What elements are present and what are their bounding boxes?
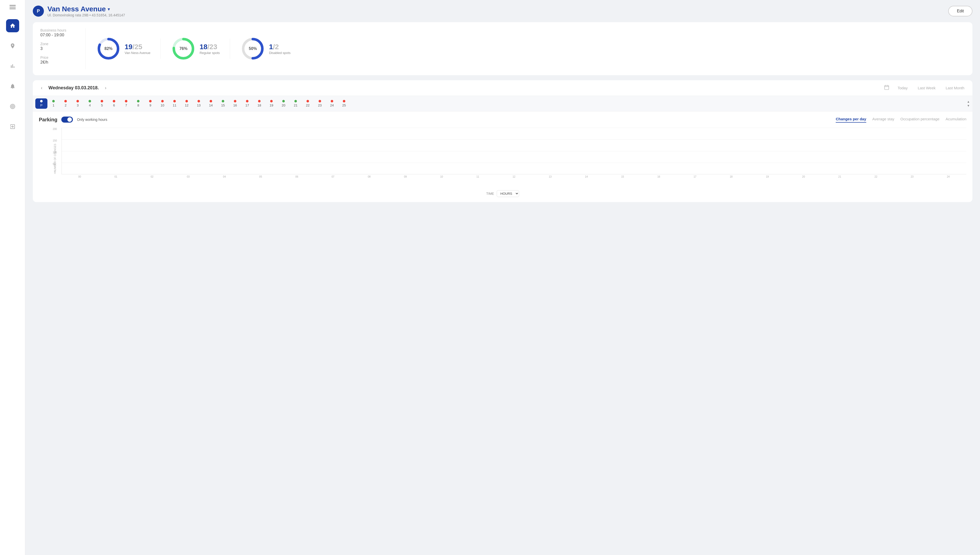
price-value: 2€/h <box>40 60 75 64</box>
parking-tab-changes-per-day[interactable]: Changes per day <box>836 117 866 123</box>
calendar-icon <box>884 85 889 91</box>
donut-3-label: Disabled spots <box>269 51 290 55</box>
donut-1-percent: 82% <box>104 47 112 51</box>
y-tick-150: 150 <box>53 139 57 142</box>
sidebar-item-location[interactable] <box>6 39 19 53</box>
filter-last-week[interactable]: Last Week <box>916 85 938 91</box>
day-item-P[interactable]: P <box>35 98 47 109</box>
day-number: 16 <box>233 103 237 107</box>
day-item-24[interactable]: 24 <box>326 98 338 109</box>
day-item-11[interactable]: 11 <box>168 98 181 109</box>
donut-section-2: 76% 18/23 Regular spots <box>171 36 220 61</box>
day-dot <box>88 100 91 103</box>
parking-tabs: Changes per dayAverage stayOccupation pe… <box>836 117 966 123</box>
donut-3-percent: 50% <box>249 47 257 51</box>
x-label-10: 10 <box>424 174 460 178</box>
day-number: 18 <box>258 103 261 107</box>
filter-today[interactable]: Today <box>895 85 910 91</box>
y-tick-100: 100 <box>53 151 57 154</box>
day-item-9[interactable]: 9 <box>144 98 156 109</box>
day-item-22[interactable]: 22 <box>302 98 314 109</box>
location-name-text: Van Ness Avenue <box>47 5 106 13</box>
day-number: 8 <box>137 103 139 107</box>
x-label-06: 06 <box>279 174 315 178</box>
day-number: 14 <box>209 103 213 107</box>
day-number: 5 <box>101 103 102 107</box>
day-item-12[interactable]: 12 <box>181 98 193 109</box>
x-label-05: 05 <box>242 174 279 178</box>
day-item-16[interactable]: 16 <box>229 98 241 109</box>
day-item-3[interactable]: 3 <box>72 98 84 109</box>
day-dot <box>258 100 261 103</box>
x-label-15: 15 <box>604 174 641 178</box>
day-item-25[interactable]: 25 <box>338 98 350 109</box>
zone-row: Zone 3 <box>40 42 75 51</box>
donut-2-fraction: 18/23 <box>200 43 220 51</box>
day-scroll-up[interactable]: ▲ <box>967 100 970 103</box>
day-number: 1 <box>53 103 54 107</box>
main-content: P Van Ness Avenue ▾ Ul. Domovinskog rata… <box>25 0 980 555</box>
day-item-5[interactable]: 5 <box>96 98 108 109</box>
day-dot <box>295 100 297 103</box>
x-label-23: 23 <box>894 174 930 178</box>
day-item-14[interactable]: 14 <box>205 98 217 109</box>
filter-last-month[interactable]: Last Month <box>944 85 966 91</box>
day-dot <box>306 100 309 103</box>
day-item-20[interactable]: 20 <box>277 98 290 109</box>
day-scroll-down[interactable]: ▼ <box>967 104 970 107</box>
next-date-arrow[interactable]: › <box>103 84 109 91</box>
day-item-1[interactable]: 1 <box>47 98 59 109</box>
day-number: 13 <box>197 103 200 107</box>
donut-3-fraction: 1/2 <box>269 43 290 51</box>
x-label-13: 13 <box>532 174 568 178</box>
day-number: 9 <box>149 103 151 107</box>
location-dropdown-arrow[interactable]: ▾ <box>108 7 110 11</box>
location-name[interactable]: Van Ness Avenue ▾ <box>47 5 125 13</box>
working-hours-toggle[interactable] <box>61 117 73 123</box>
edit-button[interactable]: Edit <box>948 6 972 16</box>
day-item-10[interactable]: 10 <box>156 98 168 109</box>
donut-3-numerator: 1 <box>269 43 273 51</box>
day-item-8[interactable]: 8 <box>132 98 144 109</box>
day-number: 19 <box>270 103 273 107</box>
parking-title: Parking <box>39 117 57 123</box>
donut-2-label: Regular spots <box>200 51 220 55</box>
day-dot <box>270 100 273 103</box>
sidebar-item-home[interactable] <box>6 19 19 32</box>
price-label: Price <box>40 56 75 59</box>
donut-chart-3: 50% <box>240 36 265 61</box>
sidebar-item-chart[interactable] <box>6 59 19 73</box>
parking-tab-acumulation[interactable]: Acumulation <box>945 117 966 123</box>
menu-icon[interactable] <box>10 5 16 9</box>
day-item-21[interactable]: 21 <box>290 98 302 109</box>
day-item-18[interactable]: 18 <box>253 98 265 109</box>
header-title: Van Ness Avenue ▾ Ul. Domovinskog rata 2… <box>47 5 125 17</box>
y-axis-label: NUMBER OF CHANGES <box>54 144 56 172</box>
day-dot <box>40 100 43 103</box>
day-item-23[interactable]: 23 <box>314 98 326 109</box>
sidebar-item-bell[interactable] <box>6 80 19 93</box>
day-item-19[interactable]: 19 <box>265 98 277 109</box>
sidebar-item-export[interactable] <box>6 120 19 133</box>
sidebar-item-target[interactable] <box>6 100 19 113</box>
time-select[interactable]: HOURS <box>497 190 519 197</box>
day-item-6[interactable]: 6 <box>108 98 120 109</box>
divider-2 <box>230 38 230 59</box>
day-item-17[interactable]: 17 <box>241 98 253 109</box>
day-dot <box>113 100 115 103</box>
parking-tab-occupation-percentage[interactable]: Occupation percentage <box>900 117 939 123</box>
x-label-16: 16 <box>641 174 677 178</box>
location-address: Ul. Domovinskog rata 29B • 43.51654, 16.… <box>47 13 125 17</box>
donut-1-denominator: /25 <box>133 43 142 51</box>
day-item-4[interactable]: 4 <box>84 98 96 109</box>
day-item-13[interactable]: 13 <box>193 98 205 109</box>
donut-1-fraction: 19/25 <box>125 43 151 51</box>
date-nav: ‹ Wednesday 03.03.2018. › <box>39 84 109 91</box>
day-item-2[interactable]: 2 <box>59 98 72 109</box>
zone-label: Zone <box>40 42 75 46</box>
day-item-7[interactable]: 7 <box>120 98 132 109</box>
parking-tab-average-stay[interactable]: Average stay <box>872 117 894 123</box>
day-item-15[interactable]: 15 <box>217 98 229 109</box>
prev-date-arrow[interactable]: ‹ <box>39 84 45 91</box>
day-selector-arrows: ▲▼ <box>967 100 970 107</box>
